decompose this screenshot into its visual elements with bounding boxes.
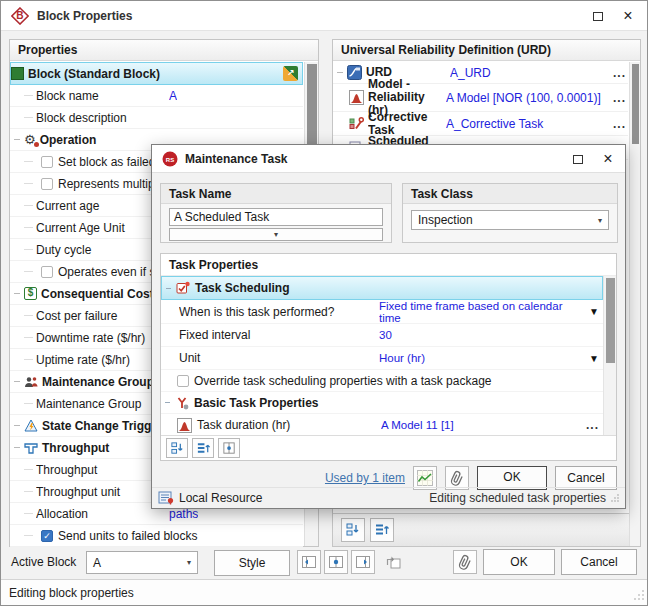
- urd-more-button[interactable]: ...: [606, 66, 626, 80]
- corrective-task-icon: [349, 116, 364, 131]
- row-task-duration[interactable]: Task duration (hr) A Model 11 [1] ...: [161, 414, 603, 437]
- center-view-icon: [222, 441, 237, 456]
- row-label: Block (Standard Block): [28, 67, 160, 81]
- dock-left-icon: [301, 555, 317, 569]
- dialog-maximize-button[interactable]: [563, 145, 593, 173]
- task-duration-value[interactable]: A Model 11 [1]: [381, 419, 574, 431]
- row-block-description[interactable]: Block description: [10, 107, 303, 129]
- checkbox[interactable]: [41, 156, 53, 168]
- local-resource-icon: [158, 491, 174, 505]
- combo-arrow-icon: ▾: [187, 558, 191, 567]
- basic-task-icon: [175, 396, 189, 410]
- urd-value[interactable]: A_URD: [450, 66, 602, 80]
- dock-right-button[interactable]: [351, 550, 375, 574]
- titlebar: B Block Properties ×: [1, 1, 647, 31]
- chart-icon: [417, 470, 433, 486]
- row-model-reliability[interactable]: Model - Reliability (hr) A Model [NOR (1…: [333, 84, 628, 112]
- maximize-button[interactable]: [583, 1, 613, 31]
- scrollbar-thumb[interactable]: [606, 278, 615, 363]
- maintenance-task-dialog: RS Maintenance Task × Task Name A Schedu…: [151, 144, 626, 509]
- row-send-units-to-failed-blocks[interactable]: ✓Send units to failed blocks: [10, 525, 303, 547]
- block-properties-window: B Block Properties × Properties Block (S…: [0, 0, 648, 606]
- corrective-more-button[interactable]: ...: [606, 117, 626, 131]
- resize-grip-icon[interactable]: [634, 589, 644, 603]
- row-basic-task-properties[interactable]: Basic Task Properties: [161, 392, 603, 414]
- people-icon: [24, 376, 38, 388]
- expand-rows-icon: [196, 441, 211, 456]
- dialog-status-text: Editing scheduled task properties: [429, 491, 606, 505]
- center-view-button[interactable]: [218, 438, 240, 458]
- combo-arrow-icon: ▾: [598, 216, 602, 225]
- cancel-button[interactable]: Cancel: [561, 549, 637, 575]
- row-corrective-task[interactable]: Corrective Task A_Corrective Task ...: [333, 112, 628, 136]
- dollar-icon: $: [24, 287, 37, 300]
- resize-grip-icon[interactable]: [611, 494, 619, 502]
- task-name-dropdown[interactable]: ▾: [169, 228, 383, 241]
- dialog-scrollbar[interactable]: [603, 276, 616, 435]
- row-override-task-package[interactable]: Override task scheduling properties with…: [161, 370, 603, 392]
- dropdown-arrow-icon[interactable]: ▼: [589, 306, 599, 317]
- checkbox[interactable]: [177, 375, 189, 387]
- row-task-scheduling[interactable]: Task Scheduling: [161, 276, 603, 300]
- task-properties-header: Task Properties: [161, 254, 616, 276]
- checkbox-checked[interactable]: ✓: [41, 530, 53, 542]
- scrollbar-thumb[interactable]: [307, 64, 317, 156]
- scrollbar-thumb[interactable]: [632, 64, 639, 144]
- edit-block-icon[interactable]: ↗: [283, 66, 298, 81]
- model-distribution-icon: [177, 418, 192, 433]
- fixed-interval-value[interactable]: 30: [379, 329, 599, 341]
- task-properties-box: Task Properties Task Scheduling When is …: [160, 253, 617, 461]
- urd-panel-toolbar: [333, 513, 640, 546]
- model-more-button[interactable]: ...: [606, 91, 626, 105]
- when-performed-value[interactable]: Fixed time frame based on calendar time: [379, 300, 585, 324]
- flip-layout-button[interactable]: [381, 550, 405, 574]
- flip-icon: [385, 555, 402, 570]
- row-when-performed[interactable]: When is this task performed? Fixed time …: [161, 300, 603, 324]
- active-block-label: Active Block: [11, 549, 76, 576]
- expand-rows-button[interactable]: [370, 518, 394, 542]
- dropdown-arrow-icon[interactable]: ▼: [589, 353, 599, 364]
- statusbar: Editing block properties: [1, 579, 647, 606]
- collapse-tree-button[interactable]: [341, 518, 365, 542]
- row-unit[interactable]: Unit Hour (hr) ▼: [161, 347, 603, 370]
- combo-arrow-icon: ▾: [274, 230, 278, 239]
- dialog-titlebar: RS Maintenance Task ×: [152, 145, 625, 173]
- task-scheduling-icon: [176, 281, 190, 295]
- tree-collapse-icon: [170, 441, 185, 456]
- ok-button[interactable]: OK: [483, 549, 555, 575]
- close-icon: ×: [603, 151, 612, 167]
- reliasoft-logo-icon: RS: [162, 151, 178, 170]
- paperclip-icon: [447, 468, 466, 488]
- dock-center-button[interactable]: [324, 550, 348, 574]
- unit-value[interactable]: Hour (hr): [379, 352, 585, 364]
- throughput-icon: [24, 442, 38, 454]
- checkbox[interactable]: [41, 178, 53, 190]
- close-icon: ×: [623, 8, 632, 24]
- active-block-combo[interactable]: A ▾: [86, 551, 198, 574]
- checkbox[interactable]: [41, 266, 53, 278]
- block-icon: [11, 67, 24, 80]
- expand-rows-button[interactable]: [192, 438, 214, 458]
- svg-text:RS: RS: [166, 157, 174, 163]
- maximize-icon: [593, 12, 603, 21]
- urd-panel-scrollbar[interactable]: [629, 62, 640, 546]
- attachment-button[interactable]: [453, 550, 477, 574]
- style-button[interactable]: Style: [214, 550, 290, 576]
- row-block-name[interactable]: Block nameA: [10, 85, 303, 107]
- collapse-tree-button[interactable]: [166, 438, 188, 458]
- corrective-task-value[interactable]: A_Corrective Task: [446, 117, 602, 131]
- used-by-link[interactable]: Used by 1 item: [325, 471, 405, 485]
- lightning-icon: [24, 419, 38, 432]
- block-name-value[interactable]: A: [169, 89, 177, 103]
- row-fixed-interval[interactable]: Fixed interval 30: [161, 324, 603, 347]
- task-name-input[interactable]: A Scheduled Task: [169, 208, 383, 226]
- dock-left-button[interactable]: [297, 550, 321, 574]
- task-class-select[interactable]: Inspection ▾: [411, 210, 609, 230]
- dialog-close-button[interactable]: ×: [593, 145, 623, 173]
- dialog-statusbar: Local Resource Editing scheduled task pr…: [152, 487, 625, 508]
- close-button[interactable]: ×: [613, 1, 643, 31]
- duration-more-button[interactable]: ...: [579, 418, 599, 432]
- model-value[interactable]: A Model [NOR (100, 0.0001)]: [446, 91, 602, 105]
- dock-right-icon: [355, 555, 371, 569]
- row-block-standard-block[interactable]: Block (Standard Block) ↗: [10, 62, 303, 85]
